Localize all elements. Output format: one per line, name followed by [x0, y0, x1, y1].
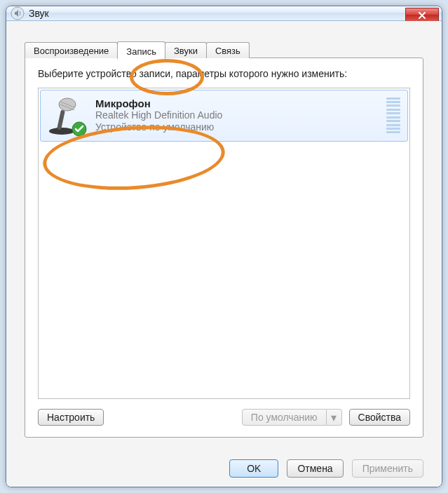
- set-default-dropdown[interactable]: ▾: [327, 409, 342, 426]
- client-area: Воспроизведение Запись Звуки Связь Выбер…: [6, 21, 442, 451]
- svg-rect-2: [57, 109, 65, 130]
- microphone-icon: [46, 96, 86, 135]
- instruction-text: Выберите устройство записи, параметры ко…: [38, 68, 410, 81]
- apply-button[interactable]: Применить: [352, 459, 423, 478]
- chevron-down-icon: ▾: [331, 411, 337, 424]
- device-row-microphone[interactable]: Микрофон Realtek High Definition Audio У…: [40, 90, 408, 142]
- tab-sounds[interactable]: Звуки: [165, 42, 207, 58]
- close-icon: [418, 11, 426, 20]
- device-list[interactable]: Микрофон Realtek High Definition Audio У…: [38, 88, 410, 400]
- tab-strip: Воспроизведение Запись Звуки Связь: [25, 41, 423, 58]
- speaker-icon: [11, 6, 25, 20]
- device-text: Микрофон Realtek High Definition Audio У…: [86, 97, 381, 134]
- tab-panel-recording: Выберите устройство записи, параметры ко…: [25, 58, 423, 438]
- device-name: Микрофон: [95, 97, 381, 109]
- tab-playback[interactable]: Воспроизведение: [25, 42, 118, 58]
- sound-dialog: Звук Воспроизведение Запись Звуки Связь …: [6, 6, 442, 487]
- ok-button[interactable]: OK: [229, 459, 278, 478]
- configure-button[interactable]: Настроить: [38, 409, 104, 426]
- titlebar[interactable]: Звук: [6, 6, 442, 21]
- set-default-button[interactable]: По умолчанию: [242, 409, 327, 426]
- cancel-button[interactable]: Отмена: [287, 459, 343, 478]
- window-title: Звук: [29, 8, 49, 19]
- tab-communications[interactable]: Связь: [206, 42, 250, 58]
- properties-button[interactable]: Свойства: [349, 409, 410, 426]
- device-status: Устройство по умолчанию: [95, 121, 381, 134]
- set-default-split-button: По умолчанию ▾: [242, 409, 342, 426]
- panel-button-row: Настроить По умолчанию ▾ Свойства: [38, 409, 410, 426]
- level-meter: [386, 97, 400, 134]
- device-driver: Realtek High Definition Audio: [95, 109, 381, 122]
- tab-recording[interactable]: Запись: [117, 41, 165, 59]
- dialog-button-row: OK Отмена Применить: [6, 451, 442, 487]
- svg-point-1: [49, 128, 74, 135]
- default-check-icon: [72, 121, 87, 137]
